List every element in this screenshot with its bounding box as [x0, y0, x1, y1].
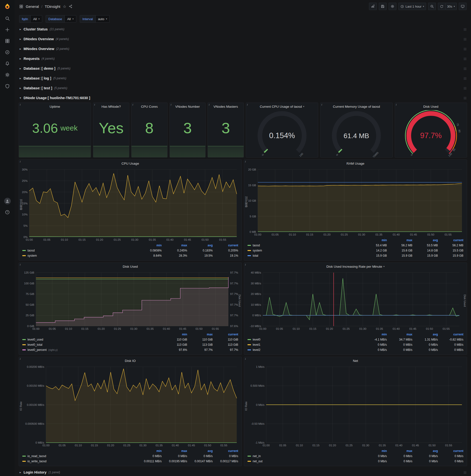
cpu-usage-gauge[interactable]: 01000.154%	[246, 110, 318, 157]
memory-usage-gauge[interactable]: 01589561.4 MB	[320, 110, 392, 157]
info-icon[interactable]: i	[244, 357, 248, 361]
ram-usage-chart[interactable]: 20 GB15 GB10 GB5 GB0 MB01:0001:0501:1001…	[245, 168, 466, 237]
panel-title[interactable]: Current Memory Usage of taosd	[320, 103, 392, 110]
variable-interval-label[interactable]: Interval	[80, 16, 96, 22]
disk-rate-chart[interactable]: 40 MB/s30 MB/s20 MB/s10 MB/s0 MB/s-10 MB…	[245, 271, 466, 331]
info-icon[interactable]: i	[93, 103, 97, 106]
variable-fqdn-value[interactable]: All▾	[31, 16, 42, 22]
legend-col-current[interactable]: current	[438, 238, 463, 242]
legend-col-avg[interactable]: avg	[412, 238, 438, 242]
favorite-star-icon[interactable]: ☆	[63, 4, 66, 9]
row-dnodes-overview[interactable]: ▸ DNodes Overview (4 panels) ⣿⣿	[19, 35, 467, 43]
panel-title[interactable]: Current CPU Usage of taosd▾	[246, 103, 318, 110]
dashboards-icon[interactable]	[0, 35, 15, 47]
legend-col-avg[interactable]: avg	[412, 449, 438, 453]
create-icon[interactable]	[0, 24, 15, 35]
row-drag-handle[interactable]: ⣿⣿	[463, 87, 466, 89]
legend-col-current[interactable]: current	[438, 333, 463, 336]
series-name[interactable]: io_write_taosd	[28, 459, 46, 463]
info-icon[interactable]: i	[244, 160, 248, 163]
info-icon[interactable]: i	[19, 263, 23, 267]
series-name[interactable]: net_in	[253, 454, 261, 458]
legend-col-max[interactable]: max	[387, 238, 412, 242]
panel-title[interactable]: VNodes Number	[170, 103, 206, 110]
dashboard-settings-button[interactable]	[388, 3, 396, 10]
legend-col-min[interactable]: min	[136, 449, 162, 453]
info-icon[interactable]: i	[132, 103, 135, 106]
cpu-usage-chart[interactable]: 30%25%20%15%10%5%0%01:0001:0501:1001:150…	[20, 168, 241, 242]
row-requests[interactable]: ▸ Requests (4 panels) ⣿⣿	[19, 54, 467, 63]
legend-col-max[interactable]: max	[387, 449, 412, 453]
series-name[interactable]: level1	[253, 343, 260, 346]
panel-title[interactable]: RAM Usage	[244, 160, 467, 167]
time-picker-button[interactable]: Last 1 hour ▾	[398, 3, 426, 10]
series-name[interactable]: level0_used	[28, 338, 43, 341]
row-database-demo[interactable]: ▸ Database: [ demo ] (5 panels) ⣿⣿	[19, 64, 467, 73]
search-icon[interactable]	[0, 13, 15, 24]
row-drag-handle[interactable]: ⣿⣿	[463, 28, 466, 31]
series-name[interactable]: level0_total	[28, 343, 42, 346]
alerting-bell-icon[interactable]	[0, 58, 15, 69]
legend-col-min[interactable]: min	[361, 449, 387, 453]
save-dashboard-button[interactable]	[379, 3, 387, 10]
series-name[interactable]: level0	[253, 338, 260, 341]
row-mnodes-overview[interactable]: ▸ MNodes Overview (2 panels) ⣿⣿	[19, 45, 467, 53]
legend-col-min[interactable]: min	[361, 333, 387, 336]
cycle-view-mode-button[interactable]	[459, 3, 467, 10]
series-name[interactable]: level0_percent	[28, 348, 47, 352]
legend-col-current[interactable]: current	[213, 333, 238, 336]
refresh-interval-button[interactable]: 30s ▾	[445, 3, 457, 10]
breadcrumb-folder[interactable]: General	[26, 4, 39, 9]
row-drag-handle[interactable]: ⣿⣿	[463, 38, 466, 40]
legend-col-max[interactable]: max	[162, 449, 187, 453]
legend-col-avg[interactable]: avg	[187, 244, 213, 247]
info-icon[interactable]: i	[395, 103, 399, 106]
info-icon[interactable]: i	[19, 160, 23, 163]
series-name[interactable]: taosd	[253, 244, 260, 247]
variable-fqdn-label[interactable]: fqdn	[19, 16, 31, 22]
info-icon[interactable]: i	[208, 103, 211, 106]
variable-database-label[interactable]: Database	[46, 16, 65, 22]
series-name[interactable]: io_read_taosd	[28, 454, 46, 458]
help-icon[interactable]: ?	[0, 207, 15, 218]
legend-col-current[interactable]: current	[213, 244, 238, 247]
explore-compass-icon[interactable]	[0, 47, 15, 58]
refresh-button[interactable]	[438, 3, 445, 10]
info-icon[interactable]: i	[244, 263, 248, 267]
info-icon[interactable]: i	[246, 103, 250, 106]
variable-database-value[interactable]: All▾	[65, 16, 76, 22]
row-database-log[interactable]: ▸ Database: [ log ] (5 panels) ⣿⣿	[19, 74, 467, 83]
row-drag-handle[interactable]: ⣿⣿	[463, 57, 466, 60]
row-dnode-usage[interactable]: ▾ DNode Usage [ huolinhe-TM1701:6030 ] ⣿…	[19, 94, 467, 102]
legend-col-avg[interactable]: avg	[187, 449, 213, 453]
legend-col-max[interactable]: max	[387, 333, 412, 336]
dashboard-title[interactable]: TDinsight	[45, 4, 60, 9]
net-chart[interactable]: 1 Mb/s0.500 Mb/s0 Mb/s-0.50 Mb/s-1 Mb/s0…	[245, 365, 466, 447]
row-drag-handle[interactable]: ⣿⣿	[463, 67, 466, 70]
row-drag-handle[interactable]: ⣿⣿	[463, 97, 466, 99]
legend-col-avg[interactable]: avg	[412, 333, 438, 336]
legend-col-min[interactable]: min	[136, 244, 162, 247]
row-drag-handle[interactable]: ⣿⣿	[463, 471, 466, 474]
legend-col-min[interactable]: min	[162, 333, 187, 336]
series-name[interactable]: system	[28, 254, 37, 257]
legend-col-current[interactable]: current	[213, 449, 238, 453]
grafana-logo[interactable]	[0, 0, 15, 13]
dashboard-grid-icon[interactable]	[19, 4, 23, 9]
disk-used-chart[interactable]: 125 GiB100 GiB75 GiB50 GiB25 GiB0 GiB97.…	[20, 271, 241, 331]
series-name[interactable]: total	[253, 254, 258, 257]
series-name[interactable]: taosd	[28, 249, 34, 252]
panel-title[interactable]: Disk Used	[395, 103, 467, 110]
row-drag-handle[interactable]: ⣿⣿	[463, 48, 466, 50]
user-avatar[interactable]	[0, 195, 15, 207]
series-name[interactable]: system	[253, 249, 262, 252]
info-icon[interactable]: i	[170, 103, 173, 106]
legend-col-min[interactable]: min	[361, 238, 387, 242]
legend-col-max[interactable]: max	[187, 333, 213, 336]
panel-title[interactable]: CPU Usage	[19, 160, 242, 167]
row-database-test[interactable]: ▸ Database: [ test ] (5 panels) ⣿⣿	[19, 84, 467, 92]
share-icon[interactable]	[69, 4, 73, 8]
panel-title[interactable]: Disk Used	[19, 263, 242, 270]
series-name[interactable]: net_out	[253, 459, 263, 463]
info-icon[interactable]: i	[321, 103, 324, 106]
